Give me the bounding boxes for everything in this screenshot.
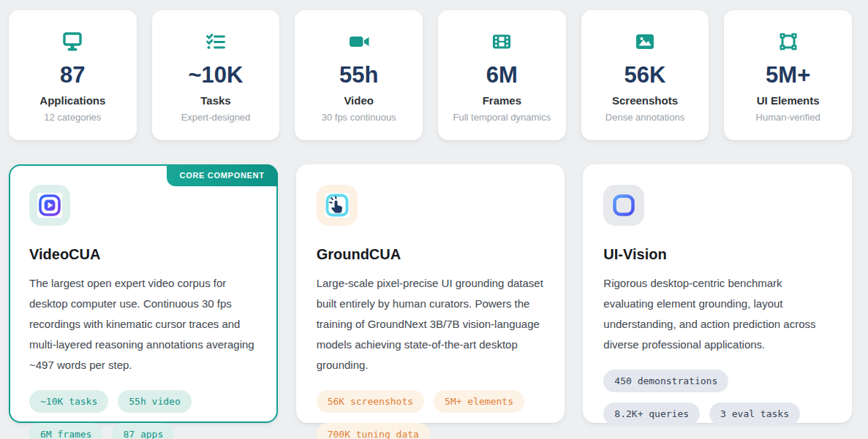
stat-value: 56K	[624, 64, 666, 86]
tag-pill: 5M+ elements	[434, 390, 524, 413]
stat-label: Applications	[39, 94, 105, 107]
tag-pill: 3 eval tasks	[709, 402, 800, 425]
dataset-overview-section: 87 Applications 12 categories ~10K	[0, 0, 868, 438]
tag-pill: 700K tuning data	[317, 423, 430, 439]
tag-pill: 87 apps	[112, 423, 174, 439]
stat-label: Tasks	[200, 94, 230, 107]
tag-pill: 450 demonstrations	[603, 370, 728, 392]
stats-grid: 87 Applications 12 categories ~10K	[9, 10, 852, 140]
monitor-icon	[61, 30, 84, 53]
stat-value: 55h	[339, 64, 378, 86]
tag-pill: 56K screenshots	[317, 390, 424, 413]
stat-card-frames: 6M Frames Full temporal dynamics	[438, 10, 566, 140]
rounded-square-icon	[603, 185, 644, 226]
feature-description: Large-scale pixel-precise UI grounding d…	[317, 273, 545, 375]
feature-description: Rigorous desktop-centric benchmark evalu…	[603, 273, 831, 355]
feature-title: UI-Vision	[603, 246, 831, 263]
stat-sublabel: 12 categories	[44, 112, 101, 123]
cursor-click-icon	[317, 185, 358, 226]
stat-value: ~10K	[189, 64, 244, 86]
stat-card-tasks: ~10K Tasks Expert-designed	[152, 10, 280, 140]
stat-card-video: 55h Video 30 fps continuous	[295, 10, 423, 140]
feature-card-groundcua: GroundCUA Large-scale pixel-precise UI g…	[296, 164, 565, 423]
stat-sublabel: Dense annotations	[605, 112, 684, 123]
checklist-icon	[204, 30, 227, 53]
tag-pill: 6M frames	[29, 423, 102, 439]
stat-sublabel: Human-verified	[756, 112, 820, 123]
feature-tags: 450 demonstrations 8.2K+ queries 3 eval …	[603, 370, 831, 425]
stat-value: 87	[60, 64, 85, 86]
stat-card-screenshots: 56K Screenshots Dense annotations	[581, 10, 709, 140]
feature-tags: ~10K tasks 55h video 6M frames 87 apps	[29, 390, 257, 439]
stat-label: Frames	[483, 94, 521, 107]
tag-pill: 55h video	[118, 390, 191, 413]
features-grid: CORE COMPONENT VideoCUA The largest open…	[9, 164, 852, 423]
stat-label: Screenshots	[612, 94, 678, 107]
tag-pill: ~10K tasks	[29, 390, 108, 413]
selection-box-icon	[777, 30, 800, 53]
feature-tags: 56K screenshots 5M+ elements 700K tuning…	[317, 390, 545, 439]
stat-card-ui-elements: 5M+ UI Elements Human-verified	[724, 10, 852, 140]
feature-title: VideoCUA	[29, 246, 257, 263]
feature-description: The largest open expert video corpus for…	[29, 273, 257, 375]
image-icon	[633, 30, 657, 53]
stat-card-applications: 87 Applications 12 categories	[9, 10, 137, 140]
core-component-badge: CORE COMPONENT	[167, 164, 278, 186]
video-camera-icon	[347, 30, 371, 53]
feature-title: GroundCUA	[317, 246, 545, 263]
tag-pill: 8.2K+ queries	[603, 402, 700, 425]
stat-sublabel: 30 fps continuous	[322, 112, 396, 123]
feature-card-ui-vision: UI-Vision Rigorous desktop-centric bench…	[583, 164, 852, 423]
film-strip-icon	[490, 30, 513, 53]
feature-card-videocua: CORE COMPONENT VideoCUA The largest open…	[9, 164, 278, 423]
stat-label: UI Elements	[757, 94, 820, 107]
stat-value: 6M	[486, 64, 518, 86]
play-app-icon	[29, 185, 70, 226]
stat-value: 5M+	[766, 64, 810, 86]
stat-label: Video	[344, 94, 374, 107]
stat-sublabel: Full temporal dynamics	[453, 112, 551, 123]
stat-sublabel: Expert-designed	[181, 112, 251, 123]
